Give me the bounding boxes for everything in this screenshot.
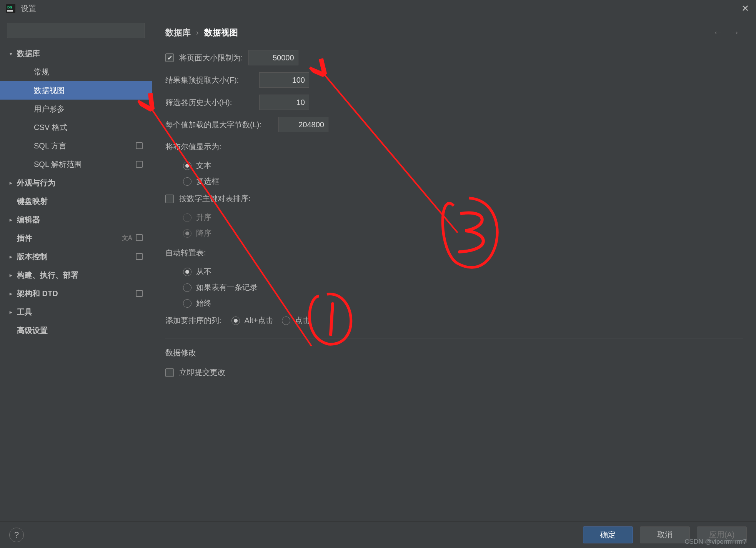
- radio-label: 降序: [196, 228, 211, 238]
- radio-label: 升序: [196, 212, 211, 223]
- project-level-icon: [136, 161, 143, 168]
- project-level-icon: [136, 290, 143, 297]
- sidebar-item-label: SQL 方言: [34, 141, 136, 151]
- sidebar-item-label: 编辑器: [17, 215, 147, 225]
- sidebar-item-tools[interactable]: 工具: [0, 303, 152, 321]
- sidebar-item-sql-resolution[interactable]: SQL 解析范围: [0, 155, 152, 173]
- breadcrumb: 数据库 › 数据视图 ← →: [152, 17, 756, 42]
- cancel-button[interactable]: 取消: [640, 526, 690, 543]
- sidebar-item-dtd[interactable]: 架构和 DTD: [0, 284, 152, 303]
- transpose-never-radio[interactable]: 从不: [183, 267, 743, 277]
- sidebar-item-build[interactable]: 构建、执行、部署: [0, 266, 152, 284]
- limit-page-size-checkbox[interactable]: [165, 53, 174, 62]
- chevron-right-icon: ›: [196, 28, 199, 37]
- pk-sort-desc-radio: 降序: [183, 228, 743, 238]
- ok-button[interactable]: 确定: [583, 526, 633, 543]
- help-button[interactable]: ?: [9, 528, 24, 542]
- limit-page-size-input[interactable]: [248, 50, 298, 65]
- data-modify-title: 数据修改: [165, 348, 743, 358]
- sidebar-item-label: 高级设置: [17, 325, 147, 336]
- max-bytes-input[interactable]: [278, 117, 328, 132]
- section-divider: [165, 338, 743, 338]
- filter-history-input[interactable]: [259, 95, 309, 110]
- sidebar-item-label: 数据库: [17, 48, 147, 59]
- sidebar-item-label: SQL 解析范围: [34, 159, 136, 170]
- sidebar-item-label: 构建、执行、部署: [17, 270, 147, 280]
- pk-sort-checkbox[interactable]: [165, 195, 174, 203]
- settings-tree: 数据库 常规 数据视图 用户形参 CSV 格式 SQL 方言 SQL 解析范围 …: [0, 42, 152, 521]
- sidebar-item-appearance[interactable]: 外观与行为: [0, 173, 152, 192]
- titlebar: DG 设置 ✕: [0, 0, 756, 17]
- sidebar-item-advanced[interactable]: 高级设置: [0, 321, 152, 340]
- immediate-commit-checkbox[interactable]: [165, 368, 174, 377]
- transpose-label: 自动转置表:: [165, 248, 743, 258]
- sidebar-item-database[interactable]: 数据库: [0, 44, 152, 63]
- sidebar-item-csv-format[interactable]: CSV 格式: [0, 118, 152, 137]
- transpose-one-row-radio[interactable]: 如果表有一条记录: [183, 282, 743, 293]
- window-title: 设置: [21, 3, 36, 14]
- add-sort-alt-click-radio[interactable]: Alt+点击: [231, 315, 273, 326]
- forward-icon[interactable]: →: [730, 27, 740, 38]
- add-sort-click-radio[interactable]: 点击: [282, 315, 310, 326]
- svg-rect-2: [7, 10, 13, 12]
- sidebar-item-general[interactable]: 常规: [0, 63, 152, 81]
- sidebar-item-data-view[interactable]: 数据视图: [0, 81, 152, 100]
- radio-label: 从不: [196, 267, 211, 277]
- pk-sort-asc-radio: 升序: [183, 212, 743, 223]
- project-level-icon: [136, 234, 143, 241]
- filter-history-label: 筛选器历史大小(H):: [165, 97, 254, 108]
- svg-text:DG: DG: [7, 5, 13, 9]
- pk-sort-label: 按数字主键对表排序:: [179, 193, 251, 204]
- dialog-buttons: ? 确定 取消 应用(A): [0, 521, 756, 548]
- content-panel: 数据库 › 数据视图 ← → 将页面大小限制为: 结果集预提取大小(F): 筛选…: [152, 17, 756, 521]
- sidebar-item-label: 插件: [17, 233, 122, 243]
- sidebar-item-label: 工具: [17, 307, 147, 317]
- max-bytes-label: 每个值加载的最大字节数(L):: [165, 120, 273, 130]
- sidebar-item-label: CSV 格式: [34, 122, 147, 133]
- bool-display-label: 将布尔值显示为:: [165, 142, 743, 152]
- prefetch-label: 结果集预提取大小(F):: [165, 75, 254, 85]
- sidebar-item-editor[interactable]: 编辑器: [0, 210, 152, 229]
- search-input[interactable]: [7, 23, 145, 38]
- bool-display-checkbox-radio[interactable]: 复选框: [183, 176, 743, 187]
- transpose-always-radio[interactable]: 始终: [183, 298, 743, 308]
- add-sort-col-label: 添加要排序的列:: [165, 315, 221, 326]
- apply-button[interactable]: 应用(A): [697, 526, 747, 543]
- sidebar-item-user-params[interactable]: 用户形参: [0, 100, 152, 118]
- app-icon: DG: [5, 3, 16, 14]
- sidebar-item-label: 用户形参: [34, 104, 147, 114]
- crumb-current: 数据视图: [204, 27, 238, 38]
- radio-label: 如果表有一条记录: [196, 282, 258, 293]
- radio-label: Alt+点击: [245, 315, 273, 326]
- sidebar-item-label: 外观与行为: [17, 178, 147, 188]
- limit-page-size-label: 将页面大小限制为:: [179, 53, 243, 63]
- sidebar-item-sql-dialect[interactable]: SQL 方言: [0, 137, 152, 155]
- prefetch-input[interactable]: [259, 72, 309, 88]
- sidebar-item-keymap[interactable]: 键盘映射: [0, 192, 152, 210]
- bool-display-text-radio[interactable]: 文本: [183, 160, 743, 171]
- sidebar-item-label: 键盘映射: [17, 196, 147, 207]
- sidebar: Q▾ 数据库 常规 数据视图 用户形参 CSV 格式 SQL 方言 SQL 解析…: [0, 17, 152, 521]
- crumb-root[interactable]: 数据库: [165, 27, 191, 38]
- sidebar-item-label: 数据视图: [34, 85, 147, 96]
- sidebar-item-label: 版本控制: [17, 252, 136, 262]
- project-level-icon: [136, 253, 143, 260]
- radio-label: 点击: [295, 315, 310, 326]
- back-icon[interactable]: ←: [713, 27, 723, 38]
- sidebar-item-vcs[interactable]: 版本控制: [0, 247, 152, 266]
- close-icon[interactable]: ✕: [740, 3, 751, 14]
- radio-label: 复选框: [196, 176, 219, 187]
- radio-label: 文本: [196, 160, 211, 171]
- translate-icon: 文A: [122, 234, 132, 242]
- immediate-commit-label: 立即提交更改: [179, 367, 225, 378]
- sidebar-item-plugins[interactable]: 插件文A: [0, 229, 152, 247]
- project-level-icon: [136, 142, 143, 149]
- sidebar-item-label: 常规: [34, 67, 147, 77]
- radio-label: 始终: [196, 298, 211, 308]
- sidebar-item-label: 架构和 DTD: [17, 288, 136, 299]
